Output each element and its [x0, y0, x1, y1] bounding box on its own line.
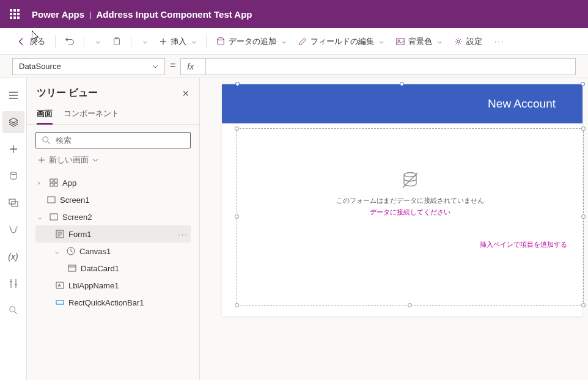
svg-rect-16	[50, 214, 57, 220]
selection-handle[interactable]	[235, 82, 240, 86]
selection-handle[interactable]	[235, 126, 239, 131]
rail-variables[interactable]: (x)	[2, 246, 24, 268]
add-data-button[interactable]: データの追加	[211, 34, 291, 49]
property-selector[interactable]: DataSource	[12, 58, 165, 75]
empty-message: このフォームはまだデータに接続されていません	[237, 196, 583, 205]
tree-item-rectquick[interactable]: RectQuickActionBar1	[35, 294, 191, 311]
formula-input[interactable]	[206, 58, 576, 75]
paste-dropdown[interactable]	[136, 35, 152, 48]
chevron-down-icon	[92, 157, 98, 163]
rail-hamburger[interactable]	[2, 84, 24, 106]
selection-handle[interactable]	[581, 82, 585, 86]
svg-rect-21	[56, 301, 64, 304]
selection-handle[interactable]	[408, 303, 412, 307]
tree-label: RectQuickActionBar1	[68, 298, 144, 307]
fx-label: fx	[187, 62, 194, 71]
tree-label: LblAppName1	[68, 281, 119, 290]
tree-item-canvas1[interactable]: ⌵Canvas1	[35, 243, 191, 260]
search-input[interactable]	[56, 136, 184, 145]
svg-point-2	[218, 37, 224, 40]
rect-icon	[55, 298, 65, 307]
tree-item-datacard1[interactable]: DataCard1	[35, 260, 191, 277]
tree-label: Form1	[68, 230, 92, 239]
tree-item-form1[interactable]: Form1···	[35, 225, 191, 243]
selection-handle[interactable]	[581, 126, 586, 131]
database-icon	[216, 37, 225, 46]
selection-handle[interactable]	[235, 214, 239, 219]
tree-list: ›App Screen1 ⌵Screen2 Form1··· ⌵Canvas1 …	[35, 174, 191, 311]
tree-item-screen2[interactable]: ⌵Screen2	[35, 208, 191, 225]
tab-screens[interactable]: 画面	[37, 104, 53, 125]
svg-point-6	[10, 172, 17, 175]
tree-item-lblappname1[interactable]: LblAppName1	[35, 277, 191, 294]
fx-button[interactable]: fx	[180, 58, 206, 75]
chevron-down-icon	[152, 64, 158, 70]
svg-rect-19	[68, 265, 76, 271]
settings-label: 設定	[466, 36, 482, 47]
tree-item-app[interactable]: ›App	[35, 174, 191, 191]
rail-media[interactable]	[2, 192, 24, 214]
left-rail: (x)	[0, 78, 27, 380]
equals-sign: =	[170, 60, 175, 73]
svg-point-10	[43, 136, 48, 142]
rail-insert[interactable]	[2, 138, 24, 160]
database-icon	[9, 172, 18, 180]
new-screen-label: 新しい画面	[49, 155, 89, 166]
divider	[131, 35, 131, 48]
tree-search[interactable]	[35, 132, 191, 148]
app-icon	[49, 178, 59, 188]
insert-label: 挿入	[171, 36, 186, 47]
rail-advanced[interactable]	[2, 219, 24, 241]
svg-point-4	[398, 39, 400, 41]
rail-tools[interactable]	[2, 272, 24, 294]
command-bar: 戻る 挿入 データの追加 フィールドの編集 背景色 設定 ···	[0, 28, 588, 55]
tree-label: DataCard1	[81, 264, 119, 273]
formula-bar: DataSource = fx	[0, 55, 588, 78]
selection-handle[interactable]	[581, 214, 586, 219]
connect-data-link[interactable]: データに接続してください	[237, 208, 583, 217]
canvas-header-bar[interactable]: New Account	[222, 84, 582, 123]
undo-icon	[65, 37, 74, 46]
undo-button[interactable]	[61, 35, 79, 48]
screen-icon	[46, 195, 56, 205]
label-icon	[55, 280, 65, 290]
more-icon[interactable]: ···	[178, 230, 188, 239]
form-icon	[55, 229, 65, 239]
waffle-menu-icon[interactable]	[5, 4, 24, 24]
plus-icon	[160, 38, 167, 45]
selection-handle[interactable]	[581, 303, 586, 307]
divider	[206, 35, 207, 48]
variable-icon: (x)	[8, 252, 18, 261]
tree-label: App	[62, 178, 76, 188]
settings-button[interactable]: 設定	[449, 34, 487, 49]
tree-item-screen1[interactable]: Screen1	[35, 191, 191, 208]
more-button[interactable]: ···	[490, 34, 510, 48]
rail-tree-view[interactable]	[2, 111, 24, 133]
app-header: Power Apps | Address Input Component Tes…	[0, 0, 588, 28]
tab-components[interactable]: コンポーネント	[64, 104, 119, 124]
selection-handle[interactable]	[235, 303, 239, 307]
selection-handle[interactable]	[400, 82, 404, 86]
undo-dropdown[interactable]	[89, 35, 105, 48]
mouse-cursor-icon	[32, 31, 42, 43]
insert-button[interactable]: 挿入	[155, 34, 201, 49]
new-screen-button[interactable]: 新しい画面	[35, 148, 191, 172]
close-icon[interactable]: ✕	[182, 89, 189, 98]
canvas-screen[interactable]: New Account このフォームはまだデータに接続されていません データに接…	[222, 84, 582, 316]
insert-pane-link[interactable]: 挿入ペインで項目を追加する	[237, 240, 583, 249]
svg-point-9	[9, 307, 15, 312]
paste-button[interactable]	[108, 35, 126, 48]
pencil-icon	[298, 37, 307, 46]
svg-rect-12	[54, 179, 57, 182]
edit-fields-button[interactable]: フィールドの編集	[293, 34, 389, 49]
rail-search[interactable]	[2, 299, 24, 321]
tree-label: Screen2	[62, 213, 92, 222]
canvas-area[interactable]: New Account このフォームはまだデータに接続されていません データに接…	[200, 78, 588, 380]
form-selection[interactable]: このフォームはまだデータに接続されていません データに接続してください 挿入ペイ…	[237, 128, 584, 305]
header-separator: |	[89, 10, 91, 19]
rail-data[interactable]	[2, 165, 24, 187]
back-button[interactable]: 戻る	[12, 34, 50, 49]
plus-icon	[9, 145, 18, 153]
gear-icon	[454, 37, 463, 46]
background-button[interactable]: 背景色	[391, 34, 447, 49]
